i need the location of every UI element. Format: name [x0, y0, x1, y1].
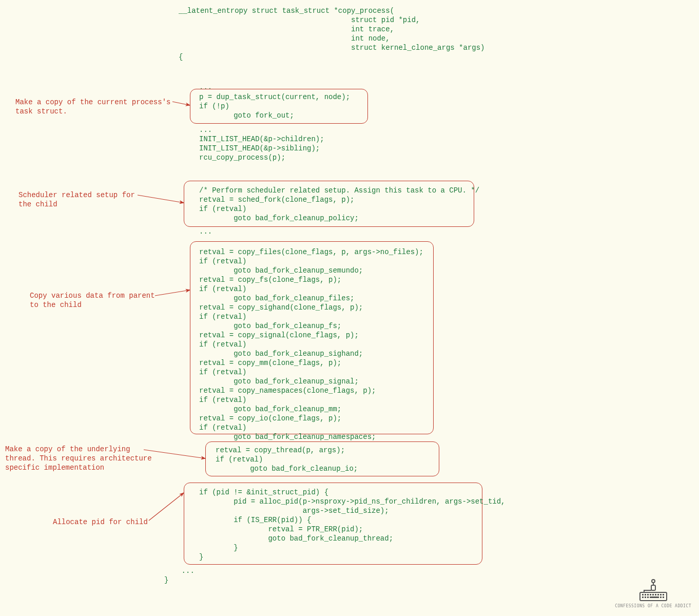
svg-line-2 — [155, 290, 190, 296]
svg-rect-5 — [651, 585, 655, 590]
svg-rect-16 — [642, 596, 644, 598]
svg-line-1 — [138, 195, 184, 203]
svg-line-0 — [172, 102, 190, 105]
svg-rect-10 — [650, 594, 651, 595]
watermark: CONFESSIONS OF A CODE ADDICT — [615, 578, 691, 608]
keyboard-icon — [638, 578, 669, 602]
watermark-text: CONFESSIONS OF A CODE ADDICT — [615, 604, 691, 608]
svg-rect-18 — [647, 596, 649, 598]
arrows-svg — [0, 0, 699, 616]
svg-rect-13 — [657, 594, 659, 595]
svg-rect-7 — [642, 594, 644, 595]
svg-rect-20 — [660, 596, 662, 598]
svg-rect-15 — [663, 594, 664, 595]
svg-line-4 — [149, 493, 184, 521]
svg-rect-11 — [652, 594, 654, 595]
svg-line-3 — [144, 450, 205, 458]
svg-rect-12 — [655, 594, 656, 595]
svg-rect-9 — [647, 594, 649, 595]
svg-rect-17 — [645, 596, 646, 598]
svg-rect-8 — [645, 594, 646, 595]
svg-rect-14 — [660, 594, 662, 595]
svg-rect-21 — [663, 596, 664, 598]
svg-rect-19 — [650, 596, 659, 598]
